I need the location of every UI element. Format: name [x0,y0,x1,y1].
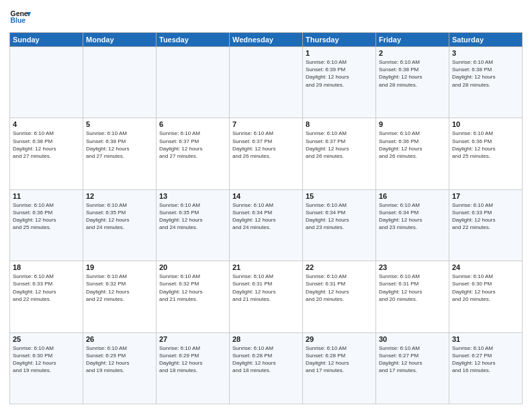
day-number: 4 [13,120,80,128]
day-number: 27 [159,335,226,343]
day-number: 8 [306,120,373,128]
day-cell: 2Sunrise: 6:10 AM Sunset: 6:38 PM Daylig… [376,47,449,118]
day-header-wednesday: Wednesday [230,33,303,47]
day-info: Sunrise: 6:10 AM Sunset: 6:27 PM Dayligh… [452,345,519,375]
day-info: Sunrise: 6:10 AM Sunset: 6:39 PM Dayligh… [306,58,373,89]
week-row-2: 4Sunrise: 6:10 AM Sunset: 6:38 PM Daylig… [10,118,523,189]
day-number: 3 [452,49,519,57]
logo-icon: General Blue [9,7,31,28]
day-info: Sunrise: 6:10 AM Sunset: 6:36 PM Dayligh… [379,130,446,160]
day-info: Sunrise: 6:10 AM Sunset: 6:32 PM Dayligh… [86,273,153,303]
day-header-sunday: Sunday [10,33,83,47]
day-info: Sunrise: 6:10 AM Sunset: 6:29 PM Dayligh… [86,345,153,375]
day-cell: 28Sunrise: 6:10 AM Sunset: 6:28 PM Dayli… [230,332,303,404]
day-cell: 7Sunrise: 6:10 AM Sunset: 6:37 PM Daylig… [230,118,303,189]
day-header-saturday: Saturday [449,33,523,47]
day-header-tuesday: Tuesday [157,33,230,47]
day-number: 28 [232,335,300,343]
day-number: 24 [452,263,519,271]
day-number: 6 [159,120,226,128]
day-cell: 4Sunrise: 6:10 AM Sunset: 6:38 PM Daylig… [10,118,83,189]
day-number: 13 [159,192,226,200]
day-number: 25 [13,335,80,343]
day-info: Sunrise: 6:10 AM Sunset: 6:29 PM Dayligh… [159,345,226,375]
day-cell: 30Sunrise: 6:10 AM Sunset: 6:27 PM Dayli… [376,332,449,404]
day-number: 22 [306,263,373,271]
day-info: Sunrise: 6:10 AM Sunset: 6:31 PM Dayligh… [379,273,446,303]
day-number: 30 [379,335,446,343]
week-row-3: 11Sunrise: 6:10 AM Sunset: 6:36 PM Dayli… [10,189,523,261]
day-info: Sunrise: 6:10 AM Sunset: 6:38 PM Dayligh… [452,58,519,89]
day-number: 21 [232,263,300,271]
day-info: Sunrise: 6:10 AM Sunset: 6:31 PM Dayligh… [306,273,373,303]
day-cell: 3Sunrise: 6:10 AM Sunset: 6:38 PM Daylig… [449,47,523,118]
day-cell [230,47,303,118]
calendar-table: SundayMondayTuesdayWednesdayThursdayFrid… [9,32,523,404]
day-number: 29 [306,335,373,343]
day-cell: 26Sunrise: 6:10 AM Sunset: 6:29 PM Dayli… [83,332,157,404]
day-info: Sunrise: 6:10 AM Sunset: 6:28 PM Dayligh… [306,345,373,375]
day-cell: 21Sunrise: 6:10 AM Sunset: 6:31 PM Dayli… [230,261,303,332]
day-number: 7 [232,120,300,128]
day-header-monday: Monday [83,33,157,47]
day-cell: 10Sunrise: 6:10 AM Sunset: 6:36 PM Dayli… [449,118,523,189]
day-cell: 5Sunrise: 6:10 AM Sunset: 6:38 PM Daylig… [83,118,157,189]
week-row-4: 18Sunrise: 6:10 AM Sunset: 6:33 PM Dayli… [10,261,523,332]
day-number: 16 [379,192,446,200]
day-cell: 9Sunrise: 6:10 AM Sunset: 6:36 PM Daylig… [376,118,449,189]
day-info: Sunrise: 6:10 AM Sunset: 6:34 PM Dayligh… [232,201,300,232]
day-number: 1 [306,49,373,57]
day-info: Sunrise: 6:10 AM Sunset: 6:34 PM Dayligh… [379,201,446,232]
day-info: Sunrise: 6:10 AM Sunset: 6:30 PM Dayligh… [452,273,519,303]
day-cell: 16Sunrise: 6:10 AM Sunset: 6:34 PM Dayli… [376,189,449,261]
day-cell: 14Sunrise: 6:10 AM Sunset: 6:34 PM Dayli… [230,189,303,261]
day-cell: 19Sunrise: 6:10 AM Sunset: 6:32 PM Dayli… [83,261,157,332]
day-cell: 17Sunrise: 6:10 AM Sunset: 6:33 PM Dayli… [449,189,523,261]
day-header-friday: Friday [376,33,449,47]
day-cell: 29Sunrise: 6:10 AM Sunset: 6:28 PM Dayli… [303,332,376,404]
day-header-thursday: Thursday [303,33,376,47]
day-cell [157,47,230,118]
day-info: Sunrise: 6:10 AM Sunset: 6:36 PM Dayligh… [452,130,519,160]
day-info: Sunrise: 6:10 AM Sunset: 6:33 PM Dayligh… [13,273,80,303]
day-number: 18 [13,263,80,271]
day-number: 23 [379,263,446,271]
day-number: 12 [86,192,153,200]
day-number: 15 [306,192,373,200]
day-number: 20 [159,263,226,271]
day-info: Sunrise: 6:10 AM Sunset: 6:37 PM Dayligh… [159,130,226,160]
day-info: Sunrise: 6:10 AM Sunset: 6:38 PM Dayligh… [13,130,80,160]
day-info: Sunrise: 6:10 AM Sunset: 6:36 PM Dayligh… [13,201,80,232]
day-info: Sunrise: 6:10 AM Sunset: 6:31 PM Dayligh… [232,273,300,303]
day-info: Sunrise: 6:10 AM Sunset: 6:28 PM Dayligh… [232,345,300,375]
day-info: Sunrise: 6:10 AM Sunset: 6:27 PM Dayligh… [379,345,446,375]
week-row-5: 25Sunrise: 6:10 AM Sunset: 6:30 PM Dayli… [10,332,523,404]
day-info: Sunrise: 6:10 AM Sunset: 6:37 PM Dayligh… [232,130,300,160]
logo: General Blue [9,7,31,28]
day-cell: 13Sunrise: 6:10 AM Sunset: 6:35 PM Dayli… [157,189,230,261]
day-cell: 25Sunrise: 6:10 AM Sunset: 6:30 PM Dayli… [10,332,83,404]
day-number: 17 [452,192,519,200]
day-cell: 8Sunrise: 6:10 AM Sunset: 6:37 PM Daylig… [303,118,376,189]
day-info: Sunrise: 6:10 AM Sunset: 6:38 PM Dayligh… [379,58,446,89]
day-cell: 6Sunrise: 6:10 AM Sunset: 6:37 PM Daylig… [157,118,230,189]
day-number: 14 [232,192,300,200]
day-cell: 15Sunrise: 6:10 AM Sunset: 6:34 PM Dayli… [303,189,376,261]
day-cell: 31Sunrise: 6:10 AM Sunset: 6:27 PM Dayli… [449,332,523,404]
day-cell: 23Sunrise: 6:10 AM Sunset: 6:31 PM Dayli… [376,261,449,332]
day-info: Sunrise: 6:10 AM Sunset: 6:35 PM Dayligh… [86,201,153,232]
day-number: 31 [452,335,519,343]
header: General Blue [9,7,523,28]
day-number: 5 [86,120,153,128]
day-number: 19 [86,263,153,271]
day-info: Sunrise: 6:10 AM Sunset: 6:35 PM Dayligh… [159,201,226,232]
day-cell: 11Sunrise: 6:10 AM Sunset: 6:36 PM Dayli… [10,189,83,261]
day-info: Sunrise: 6:10 AM Sunset: 6:32 PM Dayligh… [159,273,226,303]
day-cell: 12Sunrise: 6:10 AM Sunset: 6:35 PM Dayli… [83,189,157,261]
day-cell: 20Sunrise: 6:10 AM Sunset: 6:32 PM Dayli… [157,261,230,332]
day-cell: 24Sunrise: 6:10 AM Sunset: 6:30 PM Dayli… [449,261,523,332]
day-info: Sunrise: 6:10 AM Sunset: 6:34 PM Dayligh… [306,201,373,232]
day-info: Sunrise: 6:10 AM Sunset: 6:33 PM Dayligh… [452,201,519,232]
week-row-1: 1Sunrise: 6:10 AM Sunset: 6:39 PM Daylig… [10,47,523,118]
day-info: Sunrise: 6:10 AM Sunset: 6:30 PM Dayligh… [13,345,80,375]
